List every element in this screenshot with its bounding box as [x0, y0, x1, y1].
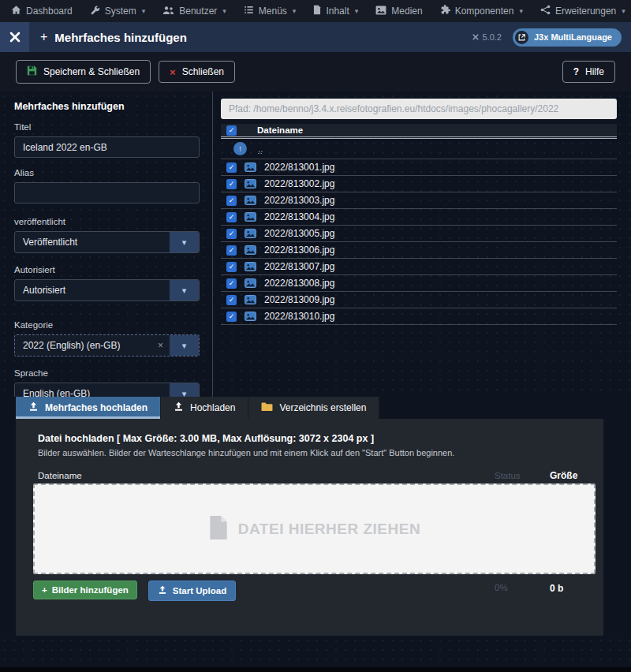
upload-queue-header: Dateiname Status Größe: [38, 470, 596, 481]
file-name: 2022/813001.jpg: [264, 162, 334, 173]
help-label: Hilfe: [585, 66, 604, 77]
start-upload-label: Start Upload: [173, 586, 226, 595]
chevron-down-icon[interactable]: ▾: [170, 232, 199, 252]
file-row[interactable]: ✓ 2022/813010.jpg: [221, 308, 617, 325]
image-file-icon: [245, 312, 256, 321]
upload-icon: [174, 401, 184, 414]
nav-erweiterungen[interactable]: Erweiterungen ▾: [540, 5, 625, 17]
alias-input[interactable]: [14, 182, 200, 203]
chevron-down-icon[interactable]: ▾: [170, 383, 199, 397]
file-checkbox[interactable]: ✓: [226, 229, 237, 239]
details-form: Mehrfaches hinzufügen Titel Alias veröff…: [0, 91, 213, 397]
file-row[interactable]: ✓ 2022/813003.jpg: [221, 192, 617, 209]
file-name: 2022/813006.jpg: [264, 245, 334, 256]
upload-icon: [158, 585, 167, 596]
file-row[interactable]: ✓ 2022/813007.jpg: [221, 259, 617, 275]
joomla-logo[interactable]: [0, 22, 29, 52]
chevron-down-icon: ▾: [622, 7, 625, 15]
bottom-edge: [0, 667, 631, 672]
close-button[interactable]: × Schließen: [159, 61, 235, 83]
wrench-icon: [90, 5, 100, 17]
tab-mehrfaches-hochladen[interactable]: Mehrfaches hochladen: [16, 397, 161, 419]
nav-benutzer[interactable]: Benutzer ▾: [162, 6, 226, 17]
file-row[interactable]: ✓ 2022/813002.jpg: [221, 176, 617, 192]
titel-label: Titel: [14, 122, 200, 132]
queue-status-header: Status: [495, 471, 550, 480]
add-images-button[interactable]: + Bilder hinzufügen: [33, 581, 137, 599]
nav-inhalt[interactable]: Inhalt ▾: [313, 5, 358, 17]
file-checkbox[interactable]: ✓: [226, 196, 237, 206]
preview-site-button[interactable]: J3x MultiLanguage: [513, 28, 622, 47]
version-number: 5.0.2: [483, 32, 502, 42]
file-checkbox[interactable]: ✓: [226, 312, 237, 322]
published-label: veröffentlicht: [14, 217, 200, 226]
file-checkbox[interactable]: ✓: [226, 162, 237, 173]
path-input[interactable]: [221, 99, 617, 119]
category-value: 2022 (English) (en-GB): [15, 335, 158, 356]
authorized-value: Autorisiert: [15, 280, 170, 301]
nav-dashboard[interactable]: Dashboard: [11, 5, 73, 17]
image-file-icon: [245, 229, 256, 238]
file-icon: [313, 5, 321, 17]
form-heading: Mehrfaches hinzufügen: [14, 101, 200, 112]
tab-label: Mehrfaches hochladen: [45, 402, 147, 413]
chevron-down-icon[interactable]: ▾: [170, 335, 199, 356]
parent-directory-row[interactable]: ↑ ..: [221, 139, 617, 159]
upload-total-size: 0 b: [550, 581, 596, 594]
nav-label: Dashboard: [26, 6, 73, 17]
admin-menu-bar: Dashboard System ▾ Benutzer ▾ Menüs ▾ In…: [0, 0, 631, 22]
upload-progress: 0%: [495, 581, 550, 592]
share-nodes-icon: [540, 5, 551, 17]
file-row[interactable]: ✓ 2022/813008.jpg: [221, 275, 617, 292]
tab-verzeichnis-erstellen[interactable]: Verzeichnis erstellen: [248, 397, 379, 419]
published-select[interactable]: Veröffentlicht ▾: [14, 231, 200, 253]
language-select[interactable]: English (en-GB) ▾: [14, 383, 200, 397]
upload-icon: [28, 401, 39, 414]
upload-panel: Datei hochladen [ Max Größe: 3.00 MB, Ma…: [16, 419, 603, 636]
file-checkbox[interactable]: ✓: [226, 179, 237, 189]
save-close-button[interactable]: Speichern & Schließen: [16, 60, 151, 84]
file-placeholder-icon: [208, 515, 229, 543]
upload-tabs: Mehrfaches hochladen Hochladen Verzeichn…: [16, 397, 631, 419]
file-row[interactable]: ✓ 2022/813001.jpg: [221, 159, 617, 176]
file-checkbox[interactable]: ✓: [226, 262, 237, 272]
image-file-icon: [245, 295, 256, 304]
file-dropzone[interactable]: DATEI HIERHER ZIEHEN: [33, 483, 596, 574]
file-checkbox[interactable]: ✓: [226, 245, 237, 256]
add-images-label: Bilder hinzufügen: [52, 585, 129, 595]
nav-system[interactable]: System ▾: [90, 5, 146, 17]
nav-label: Erweiterungen: [555, 6, 616, 17]
file-checkbox[interactable]: ✓: [226, 278, 237, 289]
file-checkbox[interactable]: ✓: [226, 295, 237, 305]
start-upload-button[interactable]: Start Upload: [148, 581, 236, 601]
file-row[interactable]: ✓ 2022/813004.jpg: [221, 209, 617, 226]
tab-hochladen[interactable]: Hochladen: [161, 397, 248, 419]
upload-subtitle: Bilder auswählen. Bilder der Warteschlan…: [38, 448, 603, 457]
titel-input[interactable]: [14, 136, 200, 158]
file-row[interactable]: ✓ 2022/813009.jpg: [221, 292, 617, 308]
nav-medien[interactable]: Medien: [375, 6, 422, 17]
nav-menus[interactable]: Menüs ▾: [244, 5, 297, 17]
help-button[interactable]: ? Hilfe: [562, 61, 615, 83]
clear-icon[interactable]: ×: [158, 335, 163, 356]
file-name: 2022/813005.jpg: [264, 228, 334, 239]
file-row[interactable]: ✓ 2022/813006.jpg: [221, 242, 617, 259]
chevron-down-icon: ▾: [519, 7, 523, 15]
nav-label: Medien: [391, 6, 422, 17]
image-file-icon: [245, 212, 256, 222]
image-file-icon: [245, 196, 256, 205]
queue-size-header: Größe: [550, 470, 596, 481]
select-all-checkbox[interactable]: ✓: [226, 125, 237, 136]
authorized-select[interactable]: Autorisiert ▾: [14, 279, 200, 301]
chevron-down-icon[interactable]: ▾: [170, 280, 199, 301]
puzzle-icon: [440, 5, 450, 17]
chevron-down-icon: ▾: [293, 7, 297, 15]
parent-directory-link[interactable]: ..: [258, 144, 263, 155]
arrow-up-icon[interactable]: ↑: [233, 142, 247, 155]
category-select[interactable]: 2022 (English) (en-GB) × ▾: [14, 334, 200, 357]
file-browser: ✓ Dateiname ↑ .. ✓ 2022/813001.jpg ✓ 202…: [213, 91, 631, 397]
file-row[interactable]: ✓ 2022/813005.jpg: [221, 226, 617, 242]
save-icon: [27, 65, 37, 78]
file-checkbox[interactable]: ✓: [226, 212, 237, 222]
nav-komponenten[interactable]: Komponenten ▾: [440, 5, 523, 17]
